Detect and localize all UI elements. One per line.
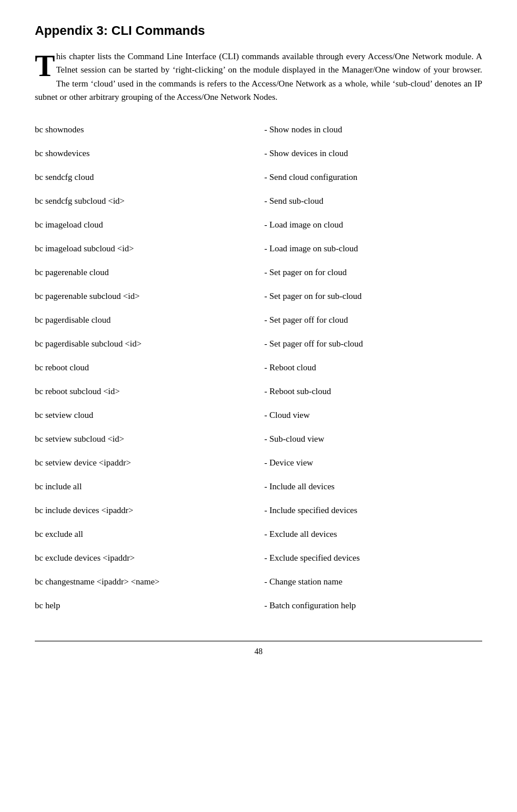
page-title: Appendix 3: CLI Commands xyxy=(35,23,482,38)
description-cell: - Load image on sub-cloud xyxy=(259,237,483,261)
command-row: bc setview subcloud <id>- Sub-cloud view xyxy=(35,427,482,451)
command-cell: bc pagerdisable subcloud <id> xyxy=(35,332,259,356)
description-cell: - Show devices in cloud xyxy=(259,142,483,165)
intro-body: his chapter lists the Command Line Inter… xyxy=(35,52,482,102)
command-cell: bc exclude all xyxy=(35,522,259,546)
command-cell: bc setview cloud xyxy=(35,403,259,427)
command-cell: bc sendcfg subcloud <id> xyxy=(35,189,259,213)
command-row: bc exclude all- Exclude all devices xyxy=(35,522,482,546)
description-cell: - Reboot sub-cloud xyxy=(259,380,483,403)
description-cell: - Include all devices xyxy=(259,475,483,499)
description-cell: - Set pager on for sub-cloud xyxy=(259,284,483,308)
command-row: bc pagerdisable cloud- Set pager off for… xyxy=(35,308,482,332)
command-cell: bc pagerenable cloud xyxy=(35,261,259,284)
command-cell: bc shownodes xyxy=(35,118,259,142)
drop-cap: T xyxy=(35,51,55,81)
page-number: 48 xyxy=(255,647,263,656)
command-cell: bc sendcfg cloud xyxy=(35,165,259,189)
command-row: bc exclude devices <ipaddr>- Exclude spe… xyxy=(35,546,482,570)
description-cell: - Set pager off for sub-cloud xyxy=(259,332,483,356)
command-row: bc include devices <ipaddr>- Include spe… xyxy=(35,499,482,522)
description-cell: - Cloud view xyxy=(259,403,483,427)
command-row: bc shownodes- Show nodes in cloud xyxy=(35,118,482,142)
command-row: bc setview device <ipaddr>- Device view xyxy=(35,451,482,475)
command-row: bc setview cloud- Cloud view xyxy=(35,403,482,427)
description-cell: - Set pager off for cloud xyxy=(259,308,483,332)
command-cell: bc showdevices xyxy=(35,142,259,165)
description-cell: - Batch configuration help xyxy=(259,594,483,618)
command-cell: bc setview subcloud <id> xyxy=(35,427,259,451)
description-cell: - Exclude specified devices xyxy=(259,546,483,570)
command-row: bc sendcfg cloud- Send cloud configurati… xyxy=(35,165,482,189)
command-cell: bc reboot subcloud <id> xyxy=(35,380,259,403)
description-cell: - Load image on cloud xyxy=(259,213,483,237)
commands-table: bc shownodes- Show nodes in cloudbc show… xyxy=(35,118,482,618)
command-cell: bc imageload cloud xyxy=(35,213,259,237)
description-cell: - Device view xyxy=(259,451,483,475)
command-row: bc reboot subcloud <id>- Reboot sub-clou… xyxy=(35,380,482,403)
command-row: bc include all- Include all devices xyxy=(35,475,482,499)
command-row: bc changestname <ipaddr> <name>- Change … xyxy=(35,570,482,594)
command-cell: bc pagerdisable cloud xyxy=(35,308,259,332)
command-row: bc imageload cloud- Load image on cloud xyxy=(35,213,482,237)
command-cell: bc include all xyxy=(35,475,259,499)
description-cell: - Reboot cloud xyxy=(259,356,483,380)
command-row: bc reboot cloud- Reboot cloud xyxy=(35,356,482,380)
command-cell: bc reboot cloud xyxy=(35,356,259,380)
command-cell: bc setview device <ipaddr> xyxy=(35,451,259,475)
command-row: bc imageload subcloud <id>- Load image o… xyxy=(35,237,482,261)
command-row: bc sendcfg subcloud <id>- Send sub-cloud xyxy=(35,189,482,213)
description-cell: - Send cloud configuration xyxy=(259,165,483,189)
description-cell: - Exclude all devices xyxy=(259,522,483,546)
intro-text: This chapter lists the Command Line Inte… xyxy=(35,50,482,104)
command-row: bc pagerenable subcloud <id>- Set pager … xyxy=(35,284,482,308)
description-cell: - Send sub-cloud xyxy=(259,189,483,213)
description-cell: - Change station name xyxy=(259,570,483,594)
command-row: bc pagerenable cloud- Set pager on for c… xyxy=(35,261,482,284)
intro-block: This chapter lists the Command Line Inte… xyxy=(35,50,482,104)
page-footer: 48 xyxy=(35,641,482,656)
description-cell: - Include specified devices xyxy=(259,499,483,522)
command-cell: bc pagerenable subcloud <id> xyxy=(35,284,259,308)
command-row: bc help- Batch configuration help xyxy=(35,594,482,618)
command-cell: bc include devices <ipaddr> xyxy=(35,499,259,522)
description-cell: - Sub-cloud view xyxy=(259,427,483,451)
description-cell: - Set pager on for cloud xyxy=(259,261,483,284)
command-cell: bc exclude devices <ipaddr> xyxy=(35,546,259,570)
command-cell: bc help xyxy=(35,594,259,618)
command-cell: bc imageload subcloud <id> xyxy=(35,237,259,261)
command-cell: bc changestname <ipaddr> <name> xyxy=(35,570,259,594)
command-row: bc showdevices- Show devices in cloud xyxy=(35,142,482,165)
command-row: bc pagerdisable subcloud <id>- Set pager… xyxy=(35,332,482,356)
description-cell: - Show nodes in cloud xyxy=(259,118,483,142)
